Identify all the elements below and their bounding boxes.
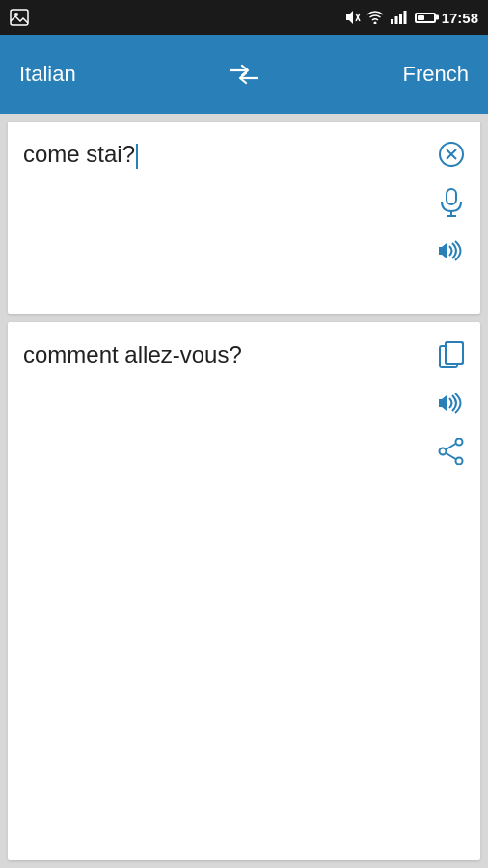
microphone-button[interactable] (434, 185, 469, 220)
svg-rect-18 (446, 342, 463, 364)
svg-rect-6 (391, 19, 393, 24)
svg-rect-0 (11, 10, 28, 25)
share-button[interactable] (434, 434, 469, 469)
swap-language-button[interactable] (213, 53, 275, 95)
main-content: come stai? (0, 114, 488, 868)
share-icon (438, 438, 465, 465)
svg-marker-2 (346, 11, 353, 24)
svg-marker-16 (439, 243, 447, 258)
microphone-icon (438, 188, 465, 217)
svg-point-5 (373, 22, 376, 25)
svg-line-25 (447, 453, 456, 459)
input-text[interactable]: come stai? (23, 137, 426, 169)
input-text-value: come stai? (23, 141, 135, 167)
output-text: comment allez-vous? (23, 338, 426, 369)
svg-line-24 (447, 444, 456, 449)
output-text-value: comment allez-vous? (23, 341, 242, 367)
signal-icon (390, 11, 407, 24)
svg-point-22 (456, 458, 463, 465)
svg-marker-20 (439, 395, 447, 411)
clear-button[interactable] (434, 137, 469, 172)
copy-icon (439, 341, 464, 368)
output-speaker-button[interactable] (434, 386, 469, 420)
status-time: 17:58 (442, 10, 478, 26)
svg-rect-8 (399, 14, 402, 24)
svg-rect-13 (447, 189, 456, 204)
status-bar: 17:58 (0, 0, 488, 35)
svg-rect-7 (394, 16, 397, 24)
input-icons (426, 137, 469, 268)
input-panel[interactable]: come stai? (8, 122, 480, 314)
input-speaker-button[interactable] (434, 233, 469, 268)
output-icons (426, 338, 469, 469)
output-speaker-icon (437, 391, 466, 416)
gallery-icon (10, 9, 29, 26)
svg-point-23 (440, 448, 447, 455)
battery-icon (415, 13, 436, 23)
svg-rect-9 (403, 11, 406, 24)
svg-point-21 (456, 439, 463, 446)
wifi-icon (366, 11, 384, 24)
status-bar-right: 17:58 (345, 9, 478, 26)
copy-button[interactable] (434, 338, 469, 372)
status-bar-left (10, 9, 29, 26)
clear-icon (438, 141, 465, 168)
swap-icon (229, 63, 259, 86)
toolbar: Italian French (0, 35, 488, 114)
text-cursor (136, 144, 138, 169)
source-language-button[interactable]: Italian (19, 62, 213, 87)
output-panel: comment allez-vous? (8, 322, 480, 860)
mute-icon (345, 9, 361, 26)
speaker-icon (437, 238, 466, 263)
target-language-button[interactable]: French (275, 62, 469, 87)
